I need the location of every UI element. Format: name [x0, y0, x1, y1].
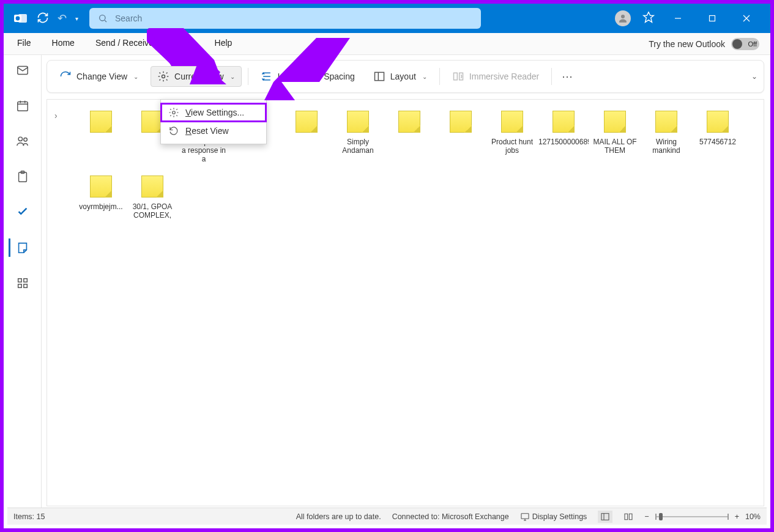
immersive-reader-label: Immersive Reader	[469, 72, 539, 81]
tab-home[interactable]: Home	[50, 34, 77, 53]
collapse-ribbon-button[interactable]: ⌄	[751, 72, 757, 81]
view-normal-button[interactable]	[598, 511, 612, 523]
svg-point-4	[621, 15, 625, 18]
maximize-button[interactable]	[701, 9, 724, 28]
display-settings-button[interactable]: Display Settings	[520, 512, 587, 522]
note-item[interactable]: 577456712	[692, 111, 743, 163]
note-icon	[90, 175, 112, 198]
svg-rect-18	[23, 284, 27, 288]
svg-point-11	[18, 137, 22, 141]
note-item[interactable]	[75, 111, 127, 163]
svg-point-2	[16, 17, 20, 21]
svg-rect-6	[710, 16, 715, 21]
note-caption: 577456712	[699, 138, 736, 146]
layout-button[interactable]: Layout ⌄	[367, 67, 433, 86]
notes-pane: › Please provide a response in aSimply A…	[47, 99, 764, 506]
note-icon	[450, 111, 472, 133]
svg-point-21	[173, 111, 176, 114]
svg-rect-17	[18, 284, 21, 288]
annotation-arrow-icon	[258, 33, 356, 106]
change-view-label: Change View	[76, 72, 127, 81]
nav-more-apps[interactable]	[10, 274, 35, 292]
note-icon	[553, 111, 575, 133]
zoom-level: 10%	[745, 512, 761, 521]
customize-qat-caret-icon[interactable]: ▾	[75, 15, 78, 22]
try-new-outlook-toggle[interactable]: Off	[731, 38, 759, 50]
minimize-button[interactable]	[666, 9, 690, 28]
sync-icon[interactable]	[37, 12, 49, 26]
nav-calendar[interactable]	[10, 97, 35, 115]
display-settings-label: Display Settings	[532, 512, 587, 521]
note-item[interactable]: Wiring mankind	[641, 111, 692, 163]
note-caption: Simply Andaman	[333, 138, 383, 155]
note-icon	[655, 111, 677, 133]
search-placeholder: Search	[115, 13, 142, 23]
nav-todo[interactable]	[10, 168, 35, 186]
note-icon	[604, 111, 626, 133]
nav-notes[interactable]	[9, 238, 34, 257]
note-item[interactable]	[384, 111, 435, 163]
immersive-reader-button: Immersive Reader	[446, 67, 545, 86]
svg-rect-10	[17, 102, 28, 111]
note-icon	[90, 111, 112, 133]
undo-icon[interactable]: ↶	[58, 12, 67, 25]
view-reading-button[interactable]	[623, 512, 633, 522]
svg-rect-15	[18, 279, 21, 283]
premium-icon[interactable]	[642, 11, 655, 26]
separator	[439, 68, 440, 85]
tab-file[interactable]: File	[15, 34, 34, 53]
menu-view-settings-label: View Settings...	[185, 108, 244, 117]
svg-point-12	[23, 138, 27, 142]
status-connected: Connected to: Microsoft Exchange	[392, 512, 509, 521]
svg-rect-26	[521, 513, 529, 519]
toggle-state-label: Off	[748, 40, 757, 48]
account-avatar[interactable]	[615, 10, 631, 26]
nav-mail[interactable]	[10, 61, 35, 79]
menu-reset-view[interactable]: Reset View	[161, 122, 266, 140]
note-item[interactable]	[281, 111, 332, 163]
svg-point-3	[100, 15, 105, 21]
separator	[551, 68, 552, 85]
menu-reset-view-label: Reset View	[185, 126, 229, 136]
note-item[interactable]: voyrmbjejm...	[75, 175, 127, 220]
note-item[interactable]: Product hunt jobs	[486, 111, 538, 163]
note-item[interactable]: Simply Andaman	[332, 111, 384, 163]
note-icon	[398, 111, 420, 133]
svg-rect-20	[374, 72, 384, 80]
status-items: Items: 15	[13, 512, 45, 521]
svg-rect-16	[23, 279, 27, 283]
nav-people[interactable]	[10, 132, 35, 150]
separator	[248, 68, 248, 85]
note-icon	[501, 111, 523, 133]
note-caption: 30/1, GPOA COMPLEX,	[127, 202, 177, 220]
note-icon	[707, 111, 729, 133]
annotation-arrow-icon	[141, 23, 226, 91]
nav-tasks[interactable]	[10, 203, 35, 221]
layout-label: Layout	[390, 72, 416, 81]
zoom-in-button[interactable]: +	[735, 512, 739, 521]
note-item[interactable]: MAIL ALL OF THEM	[589, 111, 641, 163]
note-caption: voyrmbjejm...	[79, 202, 122, 211]
note-caption: Wiring mankind	[641, 138, 691, 155]
zoom-out-button[interactable]: −	[644, 512, 649, 521]
note-caption: Product hunt jobs	[487, 138, 537, 155]
svg-rect-27	[601, 513, 609, 520]
close-button[interactable]	[735, 9, 758, 28]
svg-rect-9	[17, 67, 28, 75]
chevron-down-icon: ⌄	[230, 73, 235, 80]
more-commands-button[interactable]: ⋯	[562, 70, 573, 83]
note-icon	[296, 111, 318, 133]
folder-pane-toggle[interactable]: ›	[54, 111, 58, 120]
menu-view-settings[interactable]: View Settings...	[161, 103, 266, 122]
chevron-down-icon: ⌄	[422, 73, 427, 80]
change-view-button[interactable]: Change View ⌄	[53, 67, 144, 86]
note-item[interactable]: 1271500000689	[538, 111, 589, 163]
note-caption: 1271500000689	[538, 138, 589, 146]
current-view-dropdown: View Settings... Reset View	[160, 99, 267, 144]
note-item[interactable]: 30/1, GPOA COMPLEX,	[127, 175, 178, 220]
chevron-down-icon: ⌄	[133, 73, 138, 80]
try-new-outlook-label: Try the new Outlook	[649, 39, 725, 49]
zoom-slider[interactable]	[655, 516, 729, 517]
note-item[interactable]	[435, 111, 486, 163]
note-icon	[347, 111, 369, 133]
